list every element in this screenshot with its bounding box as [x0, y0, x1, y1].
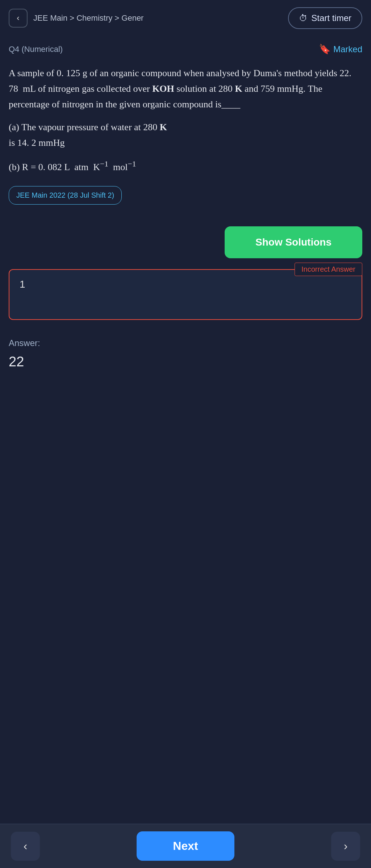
answer-section: Answer: 22: [0, 331, 371, 384]
answer-input-container: Incorrect Answer 1: [9, 269, 362, 320]
question-tag: JEE Main 2022 (28 Jul Shift 2): [9, 186, 122, 205]
answer-label: Answer:: [9, 338, 362, 348]
next-button[interactable]: Next: [137, 831, 234, 861]
next-arrow-button[interactable]: ›: [331, 832, 360, 861]
show-solutions-button[interactable]: Show Solutions: [225, 226, 362, 258]
incorrect-answer-label: Incorrect Answer: [295, 263, 362, 276]
prev-button[interactable]: ‹: [11, 832, 40, 861]
bottom-navigation: ‹ Next ›: [0, 824, 371, 868]
bookmark-icon: 🔖: [319, 44, 330, 55]
answer-value: 22: [9, 354, 362, 370]
bottom-spacer: [0, 384, 371, 435]
start-timer-button[interactable]: ⏱ Start timer: [288, 7, 362, 29]
header: ‹ JEE Main > Chemistry > Gener ⏱ Start t…: [0, 0, 371, 36]
back-button[interactable]: ‹: [9, 9, 28, 28]
answer-input-box[interactable]: 1: [9, 269, 362, 320]
timer-icon: ⏱: [299, 13, 308, 23]
question-body: A sample of 0. 125 g of an organic compo…: [9, 66, 362, 112]
question-content: A sample of 0. 125 g of an organic compo…: [0, 58, 371, 223]
back-icon: ‹: [17, 13, 19, 23]
question-type: Q4 (Numerical): [9, 45, 63, 54]
breadcrumb: JEE Main > Chemistry > Gener: [33, 13, 143, 23]
marked-badge: 🔖 Marked: [319, 44, 362, 55]
hint-a: (a) The vapour pressure of water at 280 …: [9, 120, 362, 151]
start-timer-label: Start timer: [311, 13, 351, 23]
marked-label: Marked: [333, 44, 362, 54]
header-left: ‹ JEE Main > Chemistry > Gener: [9, 9, 143, 28]
next-icon: ›: [344, 839, 348, 853]
question-meta: Q4 (Numerical) 🔖 Marked: [0, 36, 371, 58]
prev-icon: ‹: [24, 839, 28, 853]
hint-b: (b) R = 0. 082 L atm K−1 mol−1: [9, 158, 362, 175]
